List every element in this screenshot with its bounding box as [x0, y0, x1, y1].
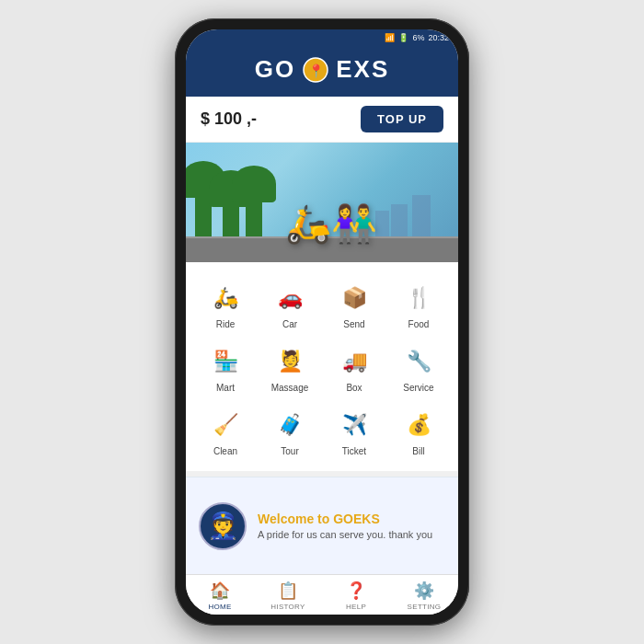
service-item-box[interactable]: 🚚 Box: [322, 337, 386, 397]
service-item-ticket[interactable]: ✈️ Ticket: [322, 400, 386, 460]
clean-label: Clean: [213, 446, 237, 456]
bill-label: Bill: [412, 446, 424, 456]
bottom-navigation: 🏠 HOME 📋 HISTORY ❓ HELP ⚙️ SETTING: [186, 574, 458, 615]
send-label: Send: [343, 319, 364, 329]
service-item-ride[interactable]: 🛵 Ride: [193, 273, 258, 333]
send-icon: 📦: [337, 281, 372, 316]
app-header: GO 📍 EXS: [186, 46, 458, 97]
services-grid: 🛵 Ride 🚗 Car 📦 Send 🍴 Food 🏪 Mart 💆 Mass…: [186, 270, 458, 464]
food-label: Food: [408, 319, 430, 329]
logo-right: EXS: [336, 55, 389, 84]
service-item-car[interactable]: 🚗 Car: [258, 273, 322, 333]
history-nav-label: HISTORY: [270, 603, 305, 611]
balance-amount: $ 100 ,-: [201, 109, 257, 129]
service-label: Service: [403, 383, 433, 393]
service-item-service[interactable]: 🔧 Service: [386, 337, 451, 397]
history-nav-icon: 📋: [278, 581, 298, 601]
service-item-clean[interactable]: 🧹 Clean: [193, 400, 258, 460]
help-nav-icon: ❓: [346, 581, 366, 601]
car-label: Car: [282, 319, 297, 329]
setting-nav-icon: ⚙️: [414, 581, 434, 601]
service-icon: 🔧: [401, 344, 436, 379]
battery-icon: 🔋: [398, 33, 408, 42]
ride-icon: 🛵: [208, 281, 243, 316]
nav-item-home[interactable]: 🏠 HOME: [186, 581, 254, 611]
bill-icon: 💰: [401, 408, 436, 443]
phone-screen: 📶 🔋 6% 20:32 GO 📍 EXS $ 100 ,- TOP UP: [186, 29, 458, 615]
building-3: [375, 211, 389, 236]
service-item-massage[interactable]: 💆 Massage: [258, 337, 322, 397]
food-icon: 🍴: [401, 281, 436, 316]
welcome-subtitle: A pride for us can serve you. thank you: [258, 529, 432, 540]
help-nav-label: HELP: [346, 603, 366, 611]
nav-item-help[interactable]: ❓ HELP: [322, 581, 390, 611]
welcome-section: 👮 Welcome to GOEKS A pride for us can se…: [186, 477, 458, 574]
ride-label: Ride: [216, 319, 236, 329]
service-item-bill[interactable]: 💰 Bill: [386, 400, 451, 460]
home-nav-label: HOME: [208, 603, 231, 611]
scooter-illustration: 🛵👫: [285, 205, 377, 242]
battery-percent: 6%: [412, 33, 424, 42]
tour-label: Tour: [281, 446, 298, 456]
welcome-text: Welcome to GOEKS A pride for us can serv…: [258, 512, 432, 540]
status-bar: 📶 🔋 6% 20:32: [186, 29, 458, 46]
wifi-icon: 📶: [385, 33, 395, 42]
topup-button[interactable]: TOP UP: [361, 106, 443, 132]
massage-label: Massage: [271, 383, 309, 393]
logo-emblem: 📍: [303, 57, 328, 83]
setting-nav-label: SETTING: [408, 603, 442, 611]
service-item-tour[interactable]: 🧳 Tour: [258, 400, 322, 460]
tour-icon: 🧳: [272, 408, 307, 443]
welcome-avatar: 👮: [199, 502, 247, 550]
nav-item-setting[interactable]: ⚙️ SETTING: [390, 581, 458, 611]
service-item-food[interactable]: 🍴 Food: [386, 273, 451, 333]
ticket-icon: ✈️: [337, 408, 372, 443]
phone-device: 📶 🔋 6% 20:32 GO 📍 EXS $ 100 ,- TOP UP: [175, 18, 469, 626]
nav-item-history[interactable]: 📋 HISTORY: [254, 581, 322, 611]
home-nav-icon: 🏠: [210, 581, 230, 601]
avatar-icon: 👮: [207, 511, 239, 541]
logo-left: GO: [255, 55, 295, 84]
services-section: 🛵 Ride 🚗 Car 📦 Send 🍴 Food 🏪 Mart 💆 Mass…: [186, 262, 458, 471]
welcome-title: Welcome to GOEKS: [258, 512, 432, 526]
box-label: Box: [346, 383, 362, 393]
svg-text:📍: 📍: [308, 63, 325, 79]
banner-scene: 🛵👫: [186, 143, 458, 262]
car-icon: 🚗: [272, 281, 307, 316]
service-item-mart[interactable]: 🏪 Mart: [193, 337, 258, 397]
clean-icon: 🧹: [208, 408, 243, 443]
mart-icon: 🏪: [208, 344, 243, 379]
ticket-label: Ticket: [342, 446, 366, 456]
mart-label: Mart: [216, 383, 235, 393]
building-1: [412, 195, 431, 236]
promo-banner: 🛵👫: [186, 143, 458, 262]
building-2: [391, 204, 408, 236]
service-item-send[interactable]: 📦 Send: [322, 273, 386, 333]
massage-icon: 💆: [272, 344, 307, 379]
balance-bar: $ 100 ,- TOP UP: [186, 97, 458, 143]
box-icon: 🚚: [337, 344, 372, 379]
time-display: 20:32: [428, 33, 449, 42]
